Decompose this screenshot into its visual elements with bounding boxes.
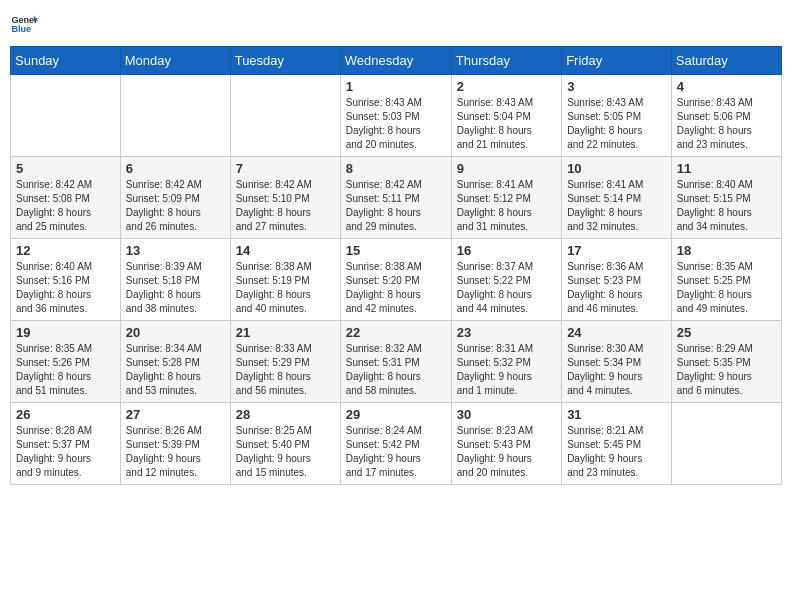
day-number: 26 bbox=[16, 407, 115, 422]
calendar-cell: 15Sunrise: 8:38 AM Sunset: 5:20 PM Dayli… bbox=[340, 239, 451, 321]
calendar-week-row: 19Sunrise: 8:35 AM Sunset: 5:26 PM Dayli… bbox=[11, 321, 782, 403]
day-of-week-header: Sunday bbox=[11, 47, 121, 75]
day-number: 10 bbox=[567, 161, 666, 176]
day-of-week-header: Wednesday bbox=[340, 47, 451, 75]
day-info: Sunrise: 8:40 AM Sunset: 5:15 PM Dayligh… bbox=[677, 178, 776, 234]
calendar-cell bbox=[230, 75, 340, 157]
calendar-cell: 3Sunrise: 8:43 AM Sunset: 5:05 PM Daylig… bbox=[562, 75, 672, 157]
day-info: Sunrise: 8:42 AM Sunset: 5:08 PM Dayligh… bbox=[16, 178, 115, 234]
day-info: Sunrise: 8:37 AM Sunset: 5:22 PM Dayligh… bbox=[457, 260, 556, 316]
day-info: Sunrise: 8:41 AM Sunset: 5:14 PM Dayligh… bbox=[567, 178, 666, 234]
day-of-week-header: Monday bbox=[120, 47, 230, 75]
calendar-cell: 6Sunrise: 8:42 AM Sunset: 5:09 PM Daylig… bbox=[120, 157, 230, 239]
day-number: 28 bbox=[236, 407, 335, 422]
day-number: 13 bbox=[126, 243, 225, 258]
day-info: Sunrise: 8:31 AM Sunset: 5:32 PM Dayligh… bbox=[457, 342, 556, 398]
calendar-cell: 1Sunrise: 8:43 AM Sunset: 5:03 PM Daylig… bbox=[340, 75, 451, 157]
logo-icon: General Blue bbox=[10, 10, 38, 38]
page-header: General Blue bbox=[10, 10, 782, 38]
calendar-cell: 24Sunrise: 8:30 AM Sunset: 5:34 PM Dayli… bbox=[562, 321, 672, 403]
day-info: Sunrise: 8:32 AM Sunset: 5:31 PM Dayligh… bbox=[346, 342, 446, 398]
day-info: Sunrise: 8:23 AM Sunset: 5:43 PM Dayligh… bbox=[457, 424, 556, 480]
calendar-cell: 31Sunrise: 8:21 AM Sunset: 5:45 PM Dayli… bbox=[562, 403, 672, 485]
calendar-cell: 2Sunrise: 8:43 AM Sunset: 5:04 PM Daylig… bbox=[451, 75, 561, 157]
calendar-cell: 12Sunrise: 8:40 AM Sunset: 5:16 PM Dayli… bbox=[11, 239, 121, 321]
calendar-cell: 21Sunrise: 8:33 AM Sunset: 5:29 PM Dayli… bbox=[230, 321, 340, 403]
day-info: Sunrise: 8:43 AM Sunset: 5:03 PM Dayligh… bbox=[346, 96, 446, 152]
calendar-cell: 16Sunrise: 8:37 AM Sunset: 5:22 PM Dayli… bbox=[451, 239, 561, 321]
calendar-week-row: 12Sunrise: 8:40 AM Sunset: 5:16 PM Dayli… bbox=[11, 239, 782, 321]
calendar-cell: 5Sunrise: 8:42 AM Sunset: 5:08 PM Daylig… bbox=[11, 157, 121, 239]
calendar-cell: 4Sunrise: 8:43 AM Sunset: 5:06 PM Daylig… bbox=[671, 75, 781, 157]
calendar-cell: 17Sunrise: 8:36 AM Sunset: 5:23 PM Dayli… bbox=[562, 239, 672, 321]
calendar-cell: 30Sunrise: 8:23 AM Sunset: 5:43 PM Dayli… bbox=[451, 403, 561, 485]
calendar-cell: 8Sunrise: 8:42 AM Sunset: 5:11 PM Daylig… bbox=[340, 157, 451, 239]
svg-text:Blue: Blue bbox=[11, 24, 31, 34]
day-info: Sunrise: 8:38 AM Sunset: 5:19 PM Dayligh… bbox=[236, 260, 335, 316]
day-info: Sunrise: 8:39 AM Sunset: 5:18 PM Dayligh… bbox=[126, 260, 225, 316]
day-info: Sunrise: 8:43 AM Sunset: 5:06 PM Dayligh… bbox=[677, 96, 776, 152]
day-number: 9 bbox=[457, 161, 556, 176]
day-number: 31 bbox=[567, 407, 666, 422]
calendar-table: SundayMondayTuesdayWednesdayThursdayFrid… bbox=[10, 46, 782, 485]
day-number: 30 bbox=[457, 407, 556, 422]
day-number: 29 bbox=[346, 407, 446, 422]
day-number: 15 bbox=[346, 243, 446, 258]
day-info: Sunrise: 8:33 AM Sunset: 5:29 PM Dayligh… bbox=[236, 342, 335, 398]
calendar-cell: 20Sunrise: 8:34 AM Sunset: 5:28 PM Dayli… bbox=[120, 321, 230, 403]
day-of-week-header: Thursday bbox=[451, 47, 561, 75]
day-info: Sunrise: 8:35 AM Sunset: 5:26 PM Dayligh… bbox=[16, 342, 115, 398]
day-number: 17 bbox=[567, 243, 666, 258]
calendar-cell: 26Sunrise: 8:28 AM Sunset: 5:37 PM Dayli… bbox=[11, 403, 121, 485]
calendar-cell: 25Sunrise: 8:29 AM Sunset: 5:35 PM Dayli… bbox=[671, 321, 781, 403]
calendar-cell: 27Sunrise: 8:26 AM Sunset: 5:39 PM Dayli… bbox=[120, 403, 230, 485]
calendar-cell: 22Sunrise: 8:32 AM Sunset: 5:31 PM Dayli… bbox=[340, 321, 451, 403]
calendar-cell bbox=[671, 403, 781, 485]
day-info: Sunrise: 8:26 AM Sunset: 5:39 PM Dayligh… bbox=[126, 424, 225, 480]
calendar-cell: 13Sunrise: 8:39 AM Sunset: 5:18 PM Dayli… bbox=[120, 239, 230, 321]
day-info: Sunrise: 8:43 AM Sunset: 5:05 PM Dayligh… bbox=[567, 96, 666, 152]
day-info: Sunrise: 8:41 AM Sunset: 5:12 PM Dayligh… bbox=[457, 178, 556, 234]
day-info: Sunrise: 8:30 AM Sunset: 5:34 PM Dayligh… bbox=[567, 342, 666, 398]
day-info: Sunrise: 8:25 AM Sunset: 5:40 PM Dayligh… bbox=[236, 424, 335, 480]
day-number: 22 bbox=[346, 325, 446, 340]
day-of-week-header: Friday bbox=[562, 47, 672, 75]
calendar-cell bbox=[120, 75, 230, 157]
day-number: 19 bbox=[16, 325, 115, 340]
day-number: 18 bbox=[677, 243, 776, 258]
day-number: 3 bbox=[567, 79, 666, 94]
day-of-week-header: Tuesday bbox=[230, 47, 340, 75]
calendar-cell: 23Sunrise: 8:31 AM Sunset: 5:32 PM Dayli… bbox=[451, 321, 561, 403]
day-number: 2 bbox=[457, 79, 556, 94]
day-number: 27 bbox=[126, 407, 225, 422]
day-info: Sunrise: 8:42 AM Sunset: 5:10 PM Dayligh… bbox=[236, 178, 335, 234]
day-info: Sunrise: 8:36 AM Sunset: 5:23 PM Dayligh… bbox=[567, 260, 666, 316]
day-info: Sunrise: 8:21 AM Sunset: 5:45 PM Dayligh… bbox=[567, 424, 666, 480]
day-info: Sunrise: 8:24 AM Sunset: 5:42 PM Dayligh… bbox=[346, 424, 446, 480]
day-number: 23 bbox=[457, 325, 556, 340]
calendar-week-row: 5Sunrise: 8:42 AM Sunset: 5:08 PM Daylig… bbox=[11, 157, 782, 239]
day-number: 11 bbox=[677, 161, 776, 176]
day-info: Sunrise: 8:42 AM Sunset: 5:11 PM Dayligh… bbox=[346, 178, 446, 234]
day-number: 7 bbox=[236, 161, 335, 176]
day-number: 6 bbox=[126, 161, 225, 176]
day-info: Sunrise: 8:29 AM Sunset: 5:35 PM Dayligh… bbox=[677, 342, 776, 398]
calendar-cell: 10Sunrise: 8:41 AM Sunset: 5:14 PM Dayli… bbox=[562, 157, 672, 239]
day-info: Sunrise: 8:34 AM Sunset: 5:28 PM Dayligh… bbox=[126, 342, 225, 398]
logo: General Blue bbox=[10, 10, 38, 38]
day-info: Sunrise: 8:43 AM Sunset: 5:04 PM Dayligh… bbox=[457, 96, 556, 152]
day-number: 20 bbox=[126, 325, 225, 340]
calendar-cell: 7Sunrise: 8:42 AM Sunset: 5:10 PM Daylig… bbox=[230, 157, 340, 239]
calendar-cell: 11Sunrise: 8:40 AM Sunset: 5:15 PM Dayli… bbox=[671, 157, 781, 239]
calendar-cell: 28Sunrise: 8:25 AM Sunset: 5:40 PM Dayli… bbox=[230, 403, 340, 485]
day-number: 8 bbox=[346, 161, 446, 176]
calendar-cell: 29Sunrise: 8:24 AM Sunset: 5:42 PM Dayli… bbox=[340, 403, 451, 485]
day-of-week-header: Saturday bbox=[671, 47, 781, 75]
calendar-week-row: 26Sunrise: 8:28 AM Sunset: 5:37 PM Dayli… bbox=[11, 403, 782, 485]
day-number: 1 bbox=[346, 79, 446, 94]
day-number: 4 bbox=[677, 79, 776, 94]
calendar-cell: 18Sunrise: 8:35 AM Sunset: 5:25 PM Dayli… bbox=[671, 239, 781, 321]
day-number: 14 bbox=[236, 243, 335, 258]
day-number: 5 bbox=[16, 161, 115, 176]
day-number: 25 bbox=[677, 325, 776, 340]
